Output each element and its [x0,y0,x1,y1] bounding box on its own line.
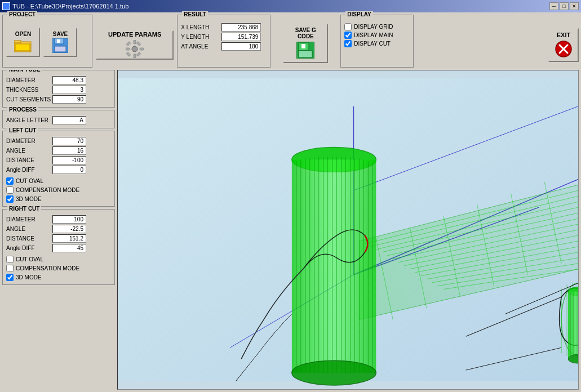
svg-rect-5 [55,46,66,52]
maximize-button[interactable]: □ [560,2,569,10]
svg-rect-9 [134,54,136,58]
left-cut-section: LEFT CUT DIAMETER ANGLE DISTANCE Angle D… [2,131,115,207]
lc-angle-label: ANGLE [6,148,51,154]
lc-3d-mode-checkbox[interactable] [6,195,14,203]
lc-angle-diff-label: Angle DIFF [6,167,51,173]
right-cut-section: RIGHT CUT DIAMETER ANGLE DISTANCE Angle … [2,209,115,285]
main-tube-label: MAIN TUBE [7,70,42,73]
save-gcode-button[interactable]: SAVE G CODE [283,24,328,63]
open-label: OPEN [15,31,31,37]
thickness-label: THICKNESS [6,87,51,93]
save-label: SAVE [53,31,68,37]
exit-wrapper: EXIT [548,15,579,68]
result-grid: X LENGTH Y LENGTH AT ANGLE [181,23,267,51]
y-length-value[interactable] [221,33,261,41]
lc-distance-input[interactable] [52,156,86,164]
lc-cut-oval-label: CUT OVAL [16,178,43,184]
rc-compensation-checkbox[interactable] [6,265,14,272]
rc-distance-input[interactable] [52,234,86,243]
rc-3d-mode-row[interactable]: 3D MODE [6,274,111,281]
open-button[interactable]: OPEN [6,28,40,57]
display-items: DISPLAY GRID DISPLAY MAIN DISPLAY CUT [344,23,410,47]
spacer [417,15,545,68]
rc-compensation-row[interactable]: COMPENSATION MODE [6,265,111,272]
svg-rect-52 [292,159,376,373]
result-label: RESULT [182,11,207,17]
svg-rect-13 [136,42,141,46]
lc-compensation-checkbox[interactable] [6,186,14,194]
display-main-row[interactable]: DISPLAY MAIN [344,32,410,39]
3d-viewport [118,70,578,389]
display-panel: DISPLAY DISPLAY GRID DISPLAY MAIN DISPLA… [340,15,414,68]
rc-3d-mode-checkbox[interactable] [6,274,14,281]
rc-cut-oval-checkbox[interactable] [6,256,14,263]
process-section: PROCESS ANGLE LETTER [2,110,115,128]
display-grid-row[interactable]: DISPLAY GRID [344,23,410,30]
svg-rect-12 [126,42,131,46]
minimize-button[interactable]: ─ [549,2,558,10]
close-button[interactable]: ✕ [570,2,579,10]
lc-angle-input[interactable] [52,146,86,155]
rc-3d-mode-label: 3D MODE [16,274,42,280]
cut-segments-label: CUT SEGMENTS [6,96,51,103]
rc-angle-diff-label: Angle DIFF [6,245,51,251]
svg-rect-19 [301,44,305,48]
svg-rect-15 [136,52,141,57]
left-panel: MAIN TUBE DIAMETER THICKNESS CUT SEGMENT… [2,70,115,390]
diameter-input-mt[interactable] [52,76,86,84]
x-length-value[interactable] [221,23,261,32]
rc-diameter-input[interactable] [52,215,86,224]
display-main-checkbox[interactable] [344,32,352,39]
save-gcode-icon [296,42,314,60]
svg-point-7 [132,46,138,52]
result-panel: RESULT X LENGTH Y LENGTH AT ANGLE [177,15,270,68]
app-icon [2,2,10,10]
save-button[interactable]: SAVE [43,28,77,57]
svg-rect-18 [299,51,312,57]
lc-diameter-input[interactable] [52,137,86,145]
rc-angle-input[interactable] [52,225,86,233]
lc-compensation-row[interactable]: COMPENSATION MODE [6,186,111,194]
thickness-input[interactable] [52,86,86,94]
display-cut-label: DISPLAY CUT [354,41,391,47]
save-gcode-wrapper: SAVE G CODE [274,19,337,68]
rc-cut-oval-row[interactable]: CUT OVAL [6,256,111,263]
lc-3d-mode-row[interactable]: 3D MODE [6,195,111,203]
update-params-label: UPDATE PARAMS [108,31,161,38]
main-window: PROJECT OPEN SAVE [0,12,581,392]
cut-segments-input[interactable] [52,95,86,104]
svg-rect-81 [568,292,578,359]
folder-icon [14,38,32,54]
lc-diameter-label: DIAMETER [6,138,51,144]
visualization-area [117,70,579,390]
svg-point-53 [292,360,376,385]
svg-rect-11 [140,48,144,50]
title-bar: TUB - E:\Tube3D\Projects\17062014 1.tub … [0,0,581,12]
content-area: MAIN TUBE DIAMETER THICKNESS CUT SEGMENT… [2,70,579,390]
display-grid-checkbox[interactable] [344,23,352,30]
display-cut-row[interactable]: DISPLAY CUT [344,40,410,47]
display-main-label: DISPLAY MAIN [354,32,393,38]
left-cut-label: LEFT CUT [7,127,38,133]
svg-rect-1 [14,41,21,43]
update-params-button[interactable]: UPDATE PARAMS [96,30,174,60]
exit-button[interactable]: EXIT [548,28,579,62]
top-bar: PROJECT OPEN SAVE [2,15,579,68]
svg-rect-10 [126,48,130,50]
x-length-label: X LENGTH [181,24,220,30]
right-cut-fields: DIAMETER ANGLE DISTANCE Angle DIFF [6,215,111,252]
at-angle-value[interactable] [221,42,261,51]
angle-letter-input[interactable] [52,116,86,124]
lc-angle-diff-input[interactable] [52,166,86,174]
lc-cut-oval-row[interactable]: CUT OVAL [6,177,111,185]
rc-angle-label: ANGLE [6,226,51,232]
display-cut-checkbox[interactable] [344,40,352,47]
exit-icon [555,41,572,59]
rc-diameter-label: DIAMETER [6,216,51,222]
rc-angle-diff-input[interactable] [52,244,86,252]
display-grid-label: DISPLAY GRID [354,24,393,30]
left-cut-fields: DIAMETER ANGLE DISTANCE Angle DIFF [6,137,111,174]
lc-3d-mode-label: 3D MODE [16,196,42,202]
diameter-label-mt: DIAMETER [6,77,51,83]
lc-cut-oval-checkbox[interactable] [6,177,14,185]
